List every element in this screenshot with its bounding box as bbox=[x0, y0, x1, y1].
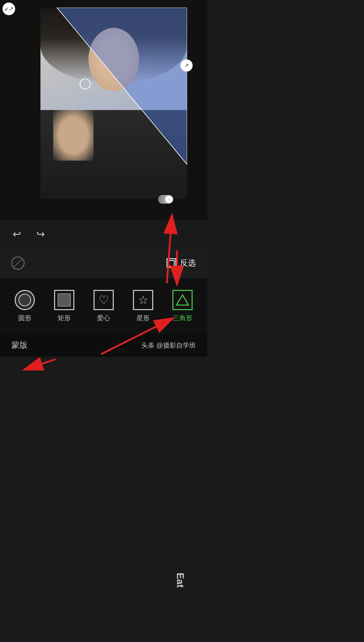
redo-button[interactable]: ↪ bbox=[36, 229, 45, 239]
mask-controls-row: 反选 bbox=[0, 248, 207, 278]
shape-item-heart[interactable]: ♡ 爱心 bbox=[84, 290, 123, 323]
star-shape-label: 星形 bbox=[136, 314, 150, 323]
toggle-knob: ⊙ bbox=[165, 196, 172, 203]
shape-item-circle[interactable]: 圆形 bbox=[5, 290, 44, 323]
heart-shape-label: 爱心 bbox=[97, 314, 110, 323]
photo-canvas: ↗ ⊙ bbox=[40, 8, 187, 199]
resize-handle-topleft[interactable]: ↙↗ bbox=[3, 3, 15, 15]
shape-item-triangle[interactable]: 三角形 bbox=[163, 290, 202, 323]
rect-shape-icon bbox=[54, 290, 74, 310]
remaining-area: Eat bbox=[0, 357, 207, 642]
shape-picker: 圆形 矩形 ♡ 爱心 ☆ 星形 三角形 bbox=[0, 278, 207, 334]
circle-shape-label: 圆形 bbox=[18, 314, 31, 323]
shape-item-star[interactable]: ☆ 星形 bbox=[123, 290, 163, 323]
undo-button[interactable]: ↩ bbox=[13, 229, 21, 239]
editor-area: ↙↗ ↗ bbox=[0, 0, 207, 220]
bottom-label-right: 头条 @摄影自学班 bbox=[141, 341, 196, 350]
eat-text-annotation: Eat bbox=[175, 573, 186, 588]
bottom-label-left: 蒙版 bbox=[11, 340, 28, 351]
toggle-handle[interactable]: ⊙ bbox=[158, 195, 173, 204]
invert-square-inner-icon bbox=[168, 260, 175, 266]
invert-label: 反选 bbox=[180, 258, 196, 269]
resize-handle-midright[interactable]: ↗ bbox=[180, 59, 193, 72]
toolbar-row: ↩ ↪ bbox=[0, 220, 207, 248]
invert-select-button[interactable]: 反选 bbox=[167, 258, 196, 269]
bottom-bar: 蒙版 头条 @摄影自学班 bbox=[0, 334, 207, 357]
circle-shape-icon bbox=[15, 290, 35, 310]
slash-icon bbox=[14, 259, 22, 267]
app-container: ↙↗ ↗ bbox=[0, 0, 207, 642]
triangle-shape-label: 三角形 bbox=[173, 314, 192, 323]
svg-marker-2 bbox=[176, 295, 189, 305]
no-filter-icon[interactable] bbox=[11, 256, 25, 270]
invert-square-icon bbox=[167, 258, 176, 268]
heart-shape-icon: ♡ bbox=[94, 290, 114, 310]
shape-item-rect[interactable]: 矩形 bbox=[44, 290, 84, 323]
rect-shape-label: 矩形 bbox=[58, 314, 71, 323]
star-shape-icon: ☆ bbox=[133, 290, 153, 310]
center-handle[interactable] bbox=[80, 78, 91, 90]
triangle-shape-icon bbox=[172, 290, 193, 310]
triangle-mask-overlay bbox=[40, 8, 187, 199]
